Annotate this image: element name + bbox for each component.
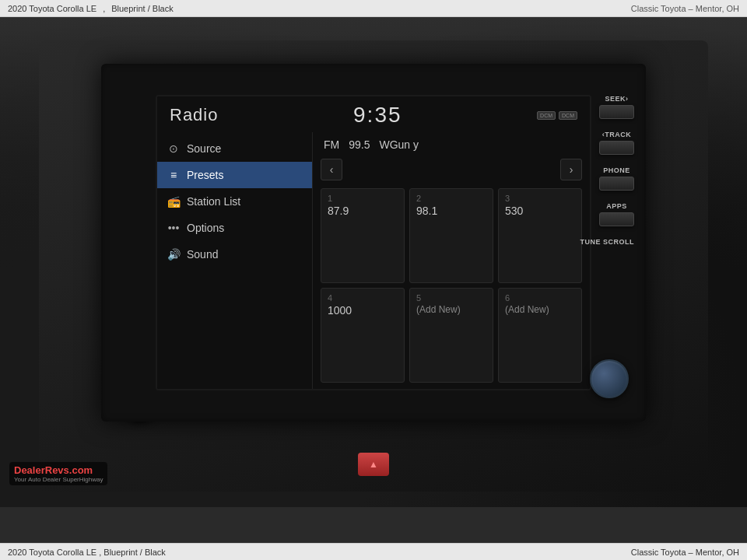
tune-scroll-group[interactable]: TUNE SCROLL bbox=[580, 238, 635, 246]
watermark: DealerRevs.com Your Auto Dealer SuperHig… bbox=[9, 462, 107, 485]
presets-icon: ≡ bbox=[167, 169, 181, 181]
top-color: Blueprint / Black bbox=[111, 4, 173, 13]
screen-title: Radio bbox=[170, 105, 218, 125]
preset-4-number: 4 bbox=[328, 293, 398, 303]
preset-6-number: 6 bbox=[505, 293, 575, 303]
apps-button-group[interactable]: APPS bbox=[599, 202, 634, 226]
top-dealer: Classic Toyota – Mentor, OH bbox=[631, 4, 739, 13]
source-band: FM bbox=[324, 138, 339, 151]
presets-grid: 1 87.9 2 98.1 3 530 4 10 bbox=[321, 188, 582, 383]
top-car-model: 2020 Toyota Corolla LE bbox=[8, 4, 96, 13]
nav-arrows: ‹ › bbox=[321, 157, 582, 182]
preset-5[interactable]: 5 (Add New) bbox=[409, 288, 493, 383]
preset-2-number: 2 bbox=[416, 194, 486, 203]
watermark-tagline: Your Auto Dealer SuperHighway bbox=[14, 476, 103, 483]
menu-item-sound-label: Sound bbox=[187, 248, 218, 261]
seek-label: SEEK› bbox=[605, 95, 628, 103]
top-bar: 2020 Toyota Corolla LE , Blueprint / Bla… bbox=[0, 0, 747, 17]
screen-time: 9:35 bbox=[353, 103, 402, 128]
bottom-dealer: Classic Toyota – Mentor, OH bbox=[631, 548, 739, 557]
track-button[interactable] bbox=[599, 141, 634, 155]
preset-1-value: 87.9 bbox=[328, 205, 398, 217]
menu-item-source-label: Source bbox=[187, 142, 221, 155]
bottom-bar: 2020 Toyota Corolla LE , Blueprint / Bla… bbox=[0, 543, 747, 560]
preset-4-value: 1000 bbox=[328, 304, 398, 317]
dcm-badge-1: DCM bbox=[537, 111, 556, 120]
apps-label: APPS bbox=[606, 202, 627, 210]
preset-4[interactable]: 4 1000 bbox=[321, 288, 405, 383]
track-button-group[interactable]: ‹TRACK bbox=[599, 131, 634, 155]
watermark-revs: Revs bbox=[45, 464, 69, 476]
apps-button[interactable] bbox=[599, 212, 634, 226]
preset-1-number: 1 bbox=[328, 194, 398, 203]
track-label: ‹TRACK bbox=[602, 131, 632, 138]
menu-item-presets[interactable]: ≡ Presets bbox=[157, 162, 312, 188]
menu-item-station-list-label: Station List bbox=[187, 195, 240, 208]
photo-area: HOME MENU AUDIO MAP Radio 9:35 DCM bbox=[0, 17, 747, 507]
phone-button[interactable] bbox=[599, 177, 634, 191]
tune-knob-body[interactable] bbox=[590, 359, 629, 398]
content-panel: FM 99.5 WGun y ‹ › 1 87.9 bbox=[313, 132, 590, 389]
source-info: FM 99.5 WGun y bbox=[321, 138, 582, 151]
menu-item-options-label: Options bbox=[187, 222, 224, 234]
dcm-badge-2: DCM bbox=[559, 111, 577, 120]
bottom-separator: , bbox=[99, 548, 101, 557]
touchscreen[interactable]: Radio 9:35 DCM DCM ⊙ Source ≡ Pre bbox=[156, 95, 591, 390]
bottom-color: Blueprint / Black bbox=[103, 548, 165, 557]
top-bar-left: 2020 Toyota Corolla LE , Blueprint / Bla… bbox=[8, 4, 174, 13]
menu-item-options[interactable]: ••• Options bbox=[157, 215, 312, 241]
station-list-icon: 📻 bbox=[167, 195, 181, 208]
phone-button-group[interactable]: PHONE bbox=[599, 166, 634, 191]
bottom-car-model: 2020 Toyota Corolla LE bbox=[8, 548, 96, 557]
phone-label: PHONE bbox=[603, 166, 630, 174]
bottom-left: 2020 Toyota Corolla LE , Blueprint / Bla… bbox=[8, 548, 166, 557]
preset-3[interactable]: 3 530 bbox=[498, 188, 582, 283]
sound-icon: 🔊 bbox=[167, 248, 181, 261]
preset-5-number: 5 bbox=[416, 293, 486, 303]
preset-3-value: 530 bbox=[505, 205, 575, 217]
right-hardware-buttons: SEEK› ‹TRACK PHONE APPS TUNE SCROLL bbox=[580, 95, 635, 246]
menu-panel: ⊙ Source ≡ Presets 📻 Station List ••• Op… bbox=[157, 132, 313, 389]
hazard-icon: ▲ bbox=[369, 459, 378, 470]
preset-1[interactable]: 1 87.9 bbox=[321, 188, 405, 283]
seek-button[interactable] bbox=[599, 105, 634, 119]
seek-button-group[interactable]: SEEK› bbox=[599, 95, 634, 119]
infotainment-unit: Radio 9:35 DCM DCM ⊙ Source ≡ Pre bbox=[101, 64, 646, 422]
preset-3-number: 3 bbox=[505, 194, 575, 203]
preset-6[interactable]: 6 (Add New) bbox=[498, 288, 582, 383]
options-icon: ••• bbox=[167, 222, 181, 234]
menu-item-presets-label: Presets bbox=[187, 169, 223, 181]
preset-2-value: 98.1 bbox=[416, 205, 486, 217]
tune-scroll-knob[interactable] bbox=[590, 359, 629, 398]
top-separator: , bbox=[103, 4, 105, 13]
menu-item-sound[interactable]: 🔊 Sound bbox=[157, 241, 312, 268]
menu-item-source[interactable]: ⊙ Source bbox=[157, 135, 312, 162]
preset-6-value: (Add New) bbox=[505, 304, 575, 315]
watermark-brand: DealerRevs.com bbox=[14, 464, 103, 476]
nav-arrow-right[interactable]: › bbox=[560, 159, 582, 180]
screen-icons: DCM DCM bbox=[537, 111, 577, 120]
hazard-button[interactable]: ▲ bbox=[358, 453, 389, 476]
nav-arrow-left[interactable]: ‹ bbox=[321, 159, 342, 180]
source-frequency: 99.5 bbox=[349, 138, 370, 151]
menu-item-station-list[interactable]: 📻 Station List bbox=[157, 188, 312, 215]
preset-5-value: (Add New) bbox=[416, 304, 486, 315]
tune-scroll-label: TUNE SCROLL bbox=[580, 238, 635, 246]
watermark-brand-text: Dealer bbox=[14, 464, 45, 476]
screen-body: ⊙ Source ≡ Presets 📻 Station List ••• Op… bbox=[157, 132, 590, 389]
watermark-com: .com bbox=[69, 464, 93, 476]
screen-header: Radio 9:35 DCM DCM bbox=[157, 96, 590, 132]
source-icon: ⊙ bbox=[167, 142, 181, 155]
source-station: WGun y bbox=[379, 138, 419, 151]
preset-2[interactable]: 2 98.1 bbox=[409, 188, 493, 283]
